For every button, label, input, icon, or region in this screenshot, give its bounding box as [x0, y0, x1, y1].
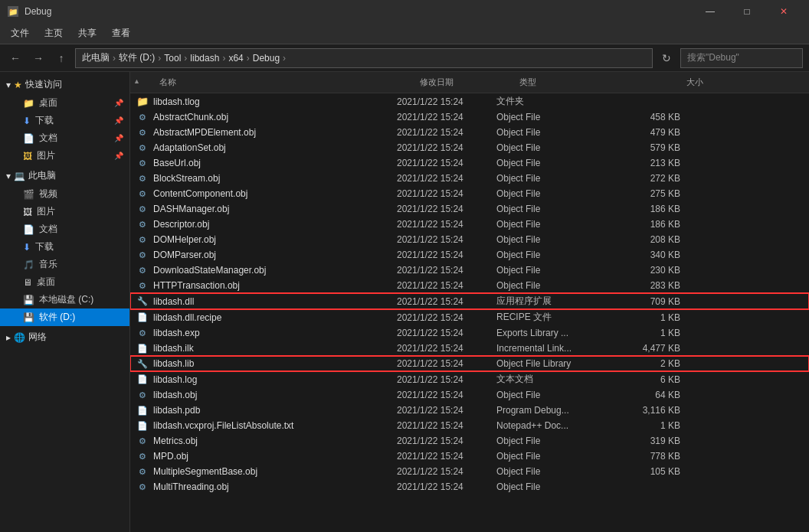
- col-header-date[interactable]: 修改日期: [414, 75, 513, 90]
- file-size-cell: 2 KB: [621, 357, 689, 370]
- file-size-cell: 709 KB: [621, 295, 689, 308]
- col-header-size[interactable]: 大小: [644, 75, 712, 90]
- file-date-cell: 2021/1/22 15:24: [391, 481, 490, 493]
- table-row[interactable]: ⚙ BlockStream.obj 2021/1/22 15:24 Object…: [130, 171, 809, 186]
- file-name: ContentComponent.obj: [153, 188, 247, 199]
- breadcrumb-x64[interactable]: x64: [228, 53, 243, 64]
- up-button[interactable]: ↑: [52, 49, 70, 67]
- table-row[interactable]: ⚙ ContentComponent.obj 2021/1/22 15:24 O…: [130, 186, 809, 201]
- col-header-type[interactable]: 类型: [513, 75, 644, 90]
- table-row[interactable]: ⚙ MultipleSegmentBase.obj 2021/1/22 15:2…: [130, 464, 809, 479]
- search-bar[interactable]: 搜索"Debug": [680, 48, 803, 68]
- table-row[interactable]: 📄 libdash.ilk 2021/1/22 15:24 Incrementa…: [130, 341, 809, 356]
- file-name: DASHManager.obj: [153, 204, 229, 214]
- breadcrumb-drive[interactable]: 软件 (D:): [119, 51, 155, 64]
- table-row[interactable]: ⚙ DASHManager.obj 2021/1/22 15:24 Object…: [130, 201, 809, 217]
- file-name-cell: 📄 libdash.log: [130, 373, 391, 387]
- table-row[interactable]: 📄 libdash.log 2021/1/22 15:24 文本文档 6 KB: [130, 371, 809, 387]
- sidebar-label-pc-downloads: 下载: [35, 240, 54, 253]
- close-button[interactable]: ✕: [766, 0, 801, 23]
- pc-docs-icon: 📄: [23, 224, 34, 235]
- file-name: libdash.dll.recipe: [153, 312, 221, 323]
- sidebar-item-drive-c[interactable]: 💾 本地磁盘 (C:): [0, 291, 129, 308]
- file-size-cell: 4,477 KB: [621, 342, 689, 354]
- sidebar-item-pictures[interactable]: 🖼 图片 📌: [0, 147, 129, 165]
- table-row[interactable]: ⚙ Descriptor.obj 2021/1/22 15:24 Object …: [130, 217, 809, 232]
- sidebar-network-header[interactable]: ▸ 🌐 网络: [0, 328, 129, 347]
- sidebar-item-desktop[interactable]: 📁 桌面 📌: [0, 94, 129, 112]
- breadcrumb-pc[interactable]: 此电脑: [82, 51, 110, 64]
- file-size-cell: 458 KB: [621, 111, 689, 123]
- table-row[interactable]: ⚙ AbstractChunk.obj 2021/1/22 15:24 Obje…: [130, 109, 809, 125]
- file-name: DownloadStateManager.obj: [153, 265, 266, 276]
- file-type-cell: Object File: [490, 218, 621, 230]
- menubar: 文件 主页 共享 查看: [0, 23, 809, 44]
- table-row[interactable]: ⚙ DownloadStateManager.obj 2021/1/22 15:…: [130, 263, 809, 278]
- file-type-cell: Notepad++ Doc...: [490, 419, 621, 432]
- breadcrumb-sep3: ›: [184, 53, 187, 64]
- refresh-button[interactable]: ↻: [657, 49, 676, 67]
- minimize-button[interactable]: —: [693, 0, 728, 23]
- sidebar-item-downloads[interactable]: ⬇ 下载 📌: [0, 112, 129, 129]
- table-row[interactable]: ⚙ Metrics.obj 2021/1/22 15:24 Object Fil…: [130, 433, 809, 449]
- file-date-cell: 2021/1/22 15:24: [391, 404, 490, 416]
- file-name: Descriptor.obj: [153, 219, 209, 230]
- sidebar-label-desktop: 桌面: [39, 96, 57, 109]
- table-row[interactable]: ⚙ libdash.exp 2021/1/22 15:24 Exports Li…: [130, 325, 809, 341]
- file-date-cell: 2021/1/22 15:24: [391, 450, 490, 462]
- table-row[interactable]: 📄 libdash.vcxproj.FileListAbsolute.txt 2…: [130, 418, 809, 433]
- file-name-cell: 📄 libdash.vcxproj.FileListAbsolute.txt: [130, 419, 391, 432]
- breadcrumb-libdash[interactable]: libdash: [190, 53, 219, 64]
- table-row[interactable]: ⚙ libdash.obj 2021/1/22 15:24 Object Fil…: [130, 387, 809, 403]
- sidebar-label-videos: 视频: [39, 188, 57, 201]
- file-size-cell: 283 KB: [621, 279, 689, 292]
- back-button[interactable]: ←: [6, 49, 25, 67]
- table-row[interactable]: 📄 libdash.pdb 2021/1/22 15:24 Program De…: [130, 403, 809, 418]
- sidebar-item-videos[interactable]: 🎬 视频: [0, 185, 129, 203]
- file-name: libdash.dll: [153, 296, 194, 307]
- table-row[interactable]: ⚙ MultiThreading.obj 2021/1/22 15:24 Obj…: [130, 479, 809, 494]
- titlebar-icons: 📁: [8, 6, 18, 17]
- sidebar-item-pc-desktop[interactable]: 🖥 桌面: [0, 273, 129, 291]
- sidebar-label-pc-docs: 文档: [39, 223, 57, 236]
- sidebar-this-pc-header[interactable]: ▾ 💻 此电脑: [0, 166, 129, 185]
- table-row[interactable]: ⚙ AbstractMPDElement.obj 2021/1/22 15:24…: [130, 125, 809, 140]
- col-header-name[interactable]: 名称: [153, 75, 414, 90]
- table-row[interactable]: 📄 libdash.dll.recipe 2021/1/22 15:24 REC…: [130, 309, 809, 325]
- sidebar-item-drive-d[interactable]: 💾 软件 (D:): [0, 308, 129, 326]
- pictures-icon: 🖼: [23, 151, 32, 162]
- file-name-cell: ⚙ DownloadStateManager.obj: [130, 263, 391, 277]
- table-row[interactable]: 🔧 libdash.dll 2021/1/22 15:24 应用程序扩展 709…: [130, 293, 809, 309]
- table-row[interactable]: ⚙ BaseUrl.obj 2021/1/22 15:24 Object Fil…: [130, 155, 809, 171]
- menu-share[interactable]: 共享: [70, 24, 104, 43]
- table-row[interactable]: ⚙ DOMHelper.obj 2021/1/22 15:24 Object F…: [130, 232, 809, 247]
- file-name: BlockStream.obj: [153, 173, 220, 184]
- menu-home[interactable]: 主页: [37, 24, 70, 43]
- sidebar-item-pc-pictures[interactable]: 🖼 图片: [0, 203, 129, 220]
- pin-icon3: 📌: [114, 134, 123, 142]
- sidebar-item-docs[interactable]: 📄 文档 📌: [0, 129, 129, 147]
- file-name-cell: ⚙ ContentComponent.obj: [130, 187, 391, 201]
- table-row[interactable]: 📁 libdash.tlog 2021/1/22 15:24 文件夹: [130, 93, 809, 109]
- table-row[interactable]: 🔧 libdash.lib 2021/1/22 15:24 Object Fil…: [130, 356, 809, 371]
- file-name: libdash.obj: [153, 390, 197, 400]
- forward-button[interactable]: →: [29, 49, 47, 67]
- file-type-cell: Object File: [490, 279, 621, 292]
- breadcrumb-tool[interactable]: Tool: [164, 53, 181, 64]
- table-row[interactable]: ⚙ HTTPTransaction.obj 2021/1/22 15:24 Ob…: [130, 278, 809, 293]
- file-icon: ⚙: [136, 481, 149, 493]
- breadcrumb-debug[interactable]: Debug: [253, 53, 280, 64]
- sidebar-quick-access-header[interactable]: ▾ ★ 快速访问: [0, 75, 129, 94]
- sidebar-item-music[interactable]: 🎵 音乐: [0, 256, 129, 273]
- breadcrumb[interactable]: 此电脑 › 软件 (D:) › Tool › libdash › x64 › D…: [75, 48, 653, 68]
- table-row[interactable]: ⚙ DOMParser.obj 2021/1/22 15:24 Object F…: [130, 247, 809, 263]
- file-name-cell: ⚙ libdash.exp: [130, 326, 391, 340]
- file-icon: ⚙: [136, 465, 149, 478]
- menu-file[interactable]: 文件: [3, 24, 37, 43]
- sidebar-item-pc-downloads[interactable]: ⬇ 下载: [0, 238, 129, 256]
- menu-view[interactable]: 查看: [104, 24, 138, 43]
- maximize-button[interactable]: □: [729, 0, 765, 23]
- table-row[interactable]: ⚙ AdaptationSet.obj 2021/1/22 15:24 Obje…: [130, 140, 809, 155]
- table-row[interactable]: ⚙ MPD.obj 2021/1/22 15:24 Object File 77…: [130, 449, 809, 464]
- sidebar-item-pc-docs[interactable]: 📄 文档: [0, 220, 129, 238]
